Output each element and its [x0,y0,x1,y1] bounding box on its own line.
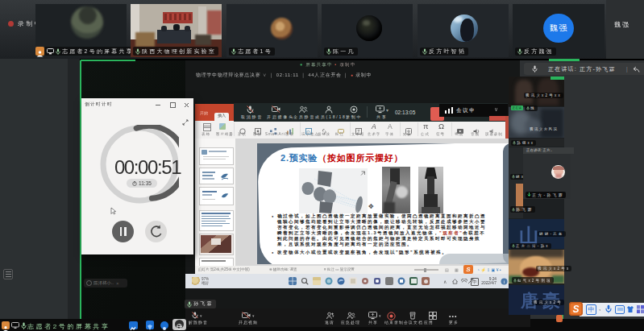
svg-text:i: i [504,279,505,284]
